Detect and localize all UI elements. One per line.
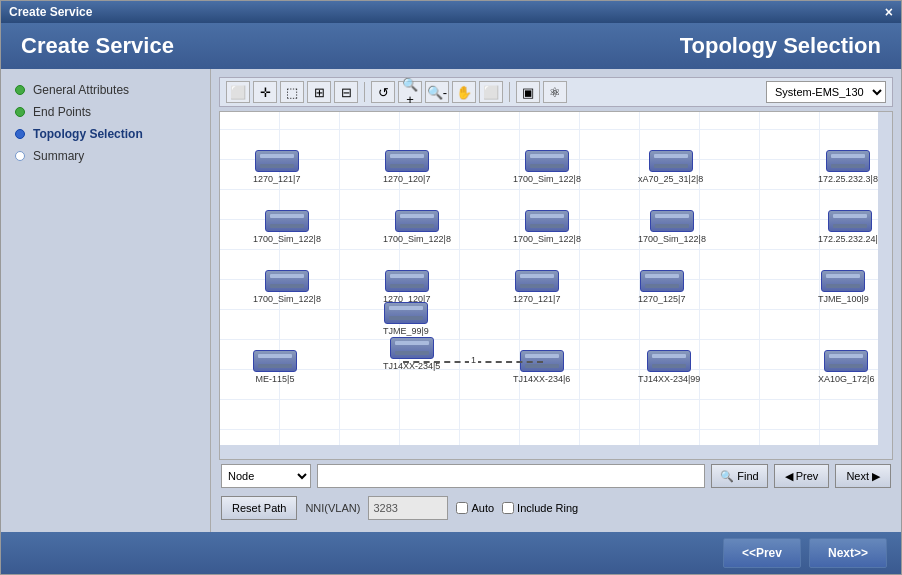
toolbar-btn-zoom-in[interactable]: 🔍+ xyxy=(398,81,422,103)
node-label-n20: TJ14XX-234|99 xyxy=(638,374,700,384)
reset-path-button[interactable]: Reset Path xyxy=(221,496,297,520)
node-label-n19: TJ14XX-234|6 xyxy=(513,374,570,384)
sidebar: General Attributes End Points Topology S… xyxy=(1,69,211,532)
link-label: 1 xyxy=(469,355,478,365)
node-label-n16: TJME_100|9 xyxy=(818,294,869,304)
next-footer-button[interactable]: Next>> xyxy=(809,538,887,568)
next-button[interactable]: Next ▶ xyxy=(835,464,891,488)
ems-selector[interactable]: System-EMS_130 xyxy=(766,81,886,103)
footer: <<Prev Next>> xyxy=(1,532,901,574)
node-icon-n14 xyxy=(515,270,559,292)
sidebar-item-end-points[interactable]: End Points xyxy=(1,101,210,123)
horizontal-scrollbar[interactable] xyxy=(220,445,878,459)
node-n5[interactable]: 172.25.232.3|8 xyxy=(818,150,878,184)
node-n17[interactable]: ME-115|5 xyxy=(253,350,297,384)
node-icon-n4 xyxy=(649,150,693,172)
toolbar-btn-topology[interactable]: ⚛ xyxy=(543,81,567,103)
node-n11[interactable]: 1700_Sim_122|8 xyxy=(253,270,321,304)
node-n10[interactable]: 172.25.232.24|8 xyxy=(818,210,883,244)
node-n9[interactable]: 1700_Sim_122|8 xyxy=(638,210,706,244)
node-label-n10: 172.25.232.24|8 xyxy=(818,234,883,244)
node-n14[interactable]: 1270_121|7 xyxy=(513,270,560,304)
node-label-n2: 1270_120|7 xyxy=(383,174,430,184)
sidebar-item-topology-selection[interactable]: Topology Selection xyxy=(1,123,210,145)
toolbar-btn-1[interactable]: ⬜ xyxy=(226,81,250,103)
node-n21[interactable]: XA10G_172|6 xyxy=(818,350,874,384)
node-n1[interactable]: 1270_121|7 xyxy=(253,150,300,184)
main-window: Create Service × Create Service Topology… xyxy=(0,0,902,575)
node-icon-n3 xyxy=(525,150,569,172)
node-n6[interactable]: 1700_Sim_122|8 xyxy=(253,210,321,244)
node-n4[interactable]: xA70_25_31|2|8 xyxy=(638,150,703,184)
prev-button[interactable]: ◀ Prev xyxy=(774,464,830,488)
node-label-n8: 1700_Sim_122|8 xyxy=(513,234,581,244)
app-title: Create Service xyxy=(21,33,174,59)
node-label-n5: 172.25.232.3|8 xyxy=(818,174,878,184)
search-input[interactable] xyxy=(317,464,705,488)
node-label-n7: 1700_Sim_122|8 xyxy=(383,234,451,244)
node-n2[interactable]: 1270_120|7 xyxy=(383,150,430,184)
node-n12[interactable]: 1270_120|7 xyxy=(383,270,430,304)
toolbar-btn-hand[interactable]: ✋ xyxy=(452,81,476,103)
node-n20[interactable]: TJ14XX-234|99 xyxy=(638,350,700,384)
toolbar-btn-4[interactable]: ⊞ xyxy=(307,81,331,103)
include-ring-label: Include Ring xyxy=(517,502,578,514)
node-n7[interactable]: 1700_Sim_122|8 xyxy=(383,210,451,244)
node-icon-n17 xyxy=(253,350,297,372)
toolbar-btn-2[interactable]: ✛ xyxy=(253,81,277,103)
node-label-n9: 1700_Sim_122|8 xyxy=(638,234,706,244)
toolbar-separator-2 xyxy=(509,82,510,102)
toolbar-btn-zoom-out[interactable]: 🔍- xyxy=(425,81,449,103)
toolbar-btn-satellite[interactable]: ▣ xyxy=(516,81,540,103)
node-label-n6: 1700_Sim_122|8 xyxy=(253,234,321,244)
toolbar-separator-1 xyxy=(364,82,365,102)
find-button[interactable]: 🔍 Find xyxy=(711,464,767,488)
node-n19[interactable]: TJ14XX-234|6 xyxy=(513,350,570,384)
page-title: Topology Selection xyxy=(680,33,881,59)
node-n8[interactable]: 1700_Sim_122|8 xyxy=(513,210,581,244)
title-bar: Create Service × xyxy=(1,1,901,23)
node-icon-n16 xyxy=(821,270,865,292)
include-ring-checkbox[interactable] xyxy=(502,502,514,514)
search-icon: 🔍 xyxy=(720,470,734,483)
sidebar-item-summary[interactable]: Summary xyxy=(1,145,210,167)
sidebar-label-summary: Summary xyxy=(33,149,84,163)
toolbar-btn-3[interactable]: ⬚ xyxy=(280,81,304,103)
toolbar-btn-fit[interactable]: ⬜ xyxy=(479,81,503,103)
node-label-n11: 1700_Sim_122|8 xyxy=(253,294,321,304)
main-area: ⬜ ✛ ⬚ ⊞ ⊟ ↺ 🔍+ 🔍- ✋ ⬜ ▣ ⚛ System-EMS_130 xyxy=(211,69,901,532)
toolbar-btn-5[interactable]: ⊟ xyxy=(334,81,358,103)
node-n13[interactable]: TJME_99|9 xyxy=(383,302,429,336)
node-icon-n10 xyxy=(828,210,872,232)
node-n3[interactable]: 1700_Sim_122|8 xyxy=(513,150,581,184)
bottom-controls: Reset Path NNI(VLAN) Auto Include Ring xyxy=(219,492,893,524)
nni-input[interactable] xyxy=(368,496,448,520)
header: Create Service Topology Selection xyxy=(1,23,901,69)
sidebar-label-general: General Attributes xyxy=(33,83,129,97)
sidebar-dot-general xyxy=(15,85,25,95)
node-label-n4: xA70_25_31|2|8 xyxy=(638,174,703,184)
node-n15[interactable]: 1270_125|7 xyxy=(638,270,685,304)
prev-footer-button[interactable]: <<Prev xyxy=(723,538,801,568)
sidebar-label-endpoints: End Points xyxy=(33,105,91,119)
toolbar-btn-refresh[interactable]: ↺ xyxy=(371,81,395,103)
node-icon-n21 xyxy=(824,350,868,372)
find-label: Find xyxy=(737,470,758,482)
node-label-n3: 1700_Sim_122|8 xyxy=(513,174,581,184)
node-n16[interactable]: TJME_100|9 xyxy=(818,270,869,304)
node-icon-n8 xyxy=(525,210,569,232)
search-type-selector[interactable]: Node xyxy=(221,464,311,488)
node-n18[interactable]: TJ14XX-234|5 xyxy=(383,337,440,371)
network-canvas: 1270_121|71270_120|71700_Sim_122|8xA70_2… xyxy=(219,111,893,460)
nni-label: NNI(VLAN) xyxy=(305,502,360,514)
close-button[interactable]: × xyxy=(885,4,893,20)
auto-checkbox[interactable] xyxy=(456,502,468,514)
node-label-n17: ME-115|5 xyxy=(256,374,295,384)
search-bar: Node 🔍 Find ◀ Prev Next ▶ xyxy=(219,460,893,492)
prev-label: Prev xyxy=(796,470,819,482)
node-icon-n2 xyxy=(385,150,429,172)
sidebar-label-topology: Topology Selection xyxy=(33,127,143,141)
canvas-inner: 1270_121|71270_120|71700_Sim_122|8xA70_2… xyxy=(220,112,892,459)
vertical-scrollbar[interactable] xyxy=(878,112,892,459)
sidebar-item-general-attributes[interactable]: General Attributes xyxy=(1,79,210,101)
